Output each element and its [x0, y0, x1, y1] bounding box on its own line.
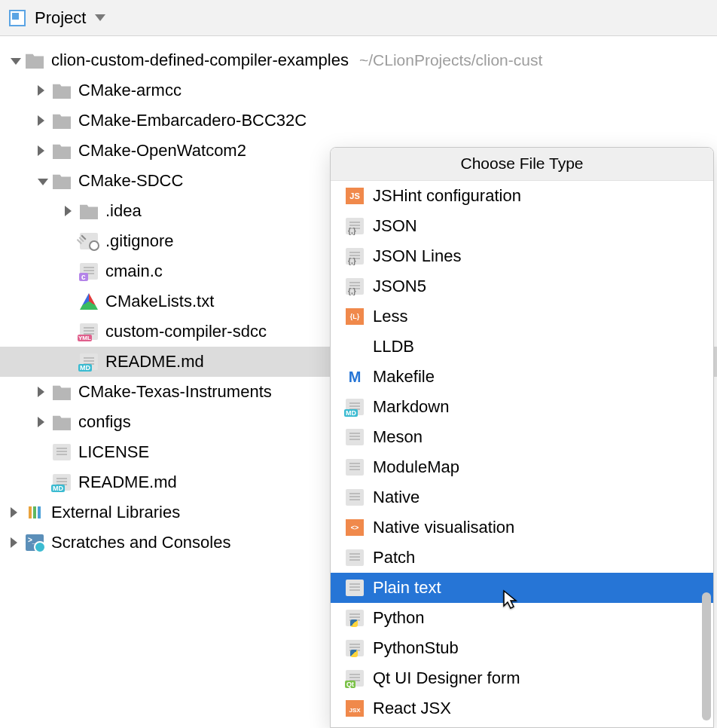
- tree-label: CMake-Texas-Instruments: [78, 382, 272, 402]
- tree-label: cmain.c: [105, 262, 163, 281]
- folder-icon: [53, 82, 71, 99]
- react-jsx-icon: JSX: [346, 700, 364, 717]
- tree-label: CMake-SDCC: [78, 171, 183, 191]
- tree-item[interactable]: CMake-armcc: [0, 75, 717, 106]
- makefile-icon: M: [346, 369, 364, 385]
- lldb-icon: [346, 338, 364, 355]
- option-label: React JSX: [373, 699, 451, 718]
- option-label: Markdown: [373, 397, 449, 417]
- option-label: JSON: [373, 216, 417, 236]
- file-type-option[interactable]: <>Native visualisation: [331, 512, 713, 543]
- plain-text-icon: [346, 580, 364, 596]
- toolbar-title[interactable]: Project: [35, 8, 86, 28]
- json-lines-icon: [346, 248, 364, 265]
- file-type-option[interactable]: JSXReact JSX: [331, 693, 713, 723]
- json-icon: [346, 218, 364, 234]
- markdown-file-icon: [53, 474, 71, 491]
- tree-label: External Libraries: [51, 503, 180, 522]
- file-type-option[interactable]: {L}Less: [331, 301, 713, 332]
- file-type-option[interactable]: Native: [331, 482, 713, 512]
- folder-icon: [53, 142, 71, 159]
- file-type-option[interactable]: Qt UI Designer form: [331, 663, 713, 693]
- option-label: Native: [373, 488, 420, 507]
- folder-icon: [53, 112, 71, 129]
- scrollbar-thumb[interactable]: [702, 592, 711, 720]
- external-libraries-icon: [26, 504, 44, 521]
- tree-label: CMake-OpenWatcom2: [78, 141, 246, 161]
- chevron-right-icon[interactable]: [38, 85, 48, 96]
- folder-icon: [26, 52, 44, 69]
- tree-label: .idea: [105, 201, 142, 221]
- chevron-down-icon[interactable]: [38, 179, 48, 185]
- project-icon: [9, 10, 26, 26]
- option-label: Less: [373, 307, 407, 326]
- file-type-option[interactable]: MMakefile: [331, 362, 713, 392]
- tree-label: CMake-armcc: [78, 81, 182, 100]
- patch-icon: [346, 549, 364, 566]
- tree-label: LICENSE: [78, 442, 149, 462]
- tree-label: README.md: [78, 473, 177, 492]
- tree-item[interactable]: CMake-Embarcadero-BCC32C: [0, 106, 717, 136]
- option-label: JSON Lines: [373, 246, 461, 266]
- chevron-right-icon[interactable]: [65, 206, 75, 216]
- chevron-right-icon[interactable]: [38, 115, 48, 126]
- option-label: Qt UI Designer form: [373, 668, 520, 688]
- tree-label: CMakeLists.txt: [105, 292, 214, 311]
- tree-path: ~/CLionProjects/clion-cust: [359, 51, 542, 69]
- markdown-file-icon: [80, 353, 98, 370]
- chevron-right-icon[interactable]: [38, 417, 48, 427]
- option-label: ModuleMap: [373, 457, 459, 477]
- chevron-down-icon[interactable]: [95, 14, 105, 21]
- file-type-option[interactable]: PythonStub: [331, 633, 713, 663]
- option-label: JSHint configuration: [373, 186, 521, 206]
- python-stub-icon: [346, 640, 364, 656]
- jshint-icon: JS: [346, 188, 364, 204]
- option-label: Meson: [373, 427, 423, 447]
- folder-icon: [53, 384, 71, 400]
- tree-label: clion-custom-defined-compiler-examples: [51, 50, 349, 70]
- file-type-option[interactable]: Patch: [331, 543, 713, 573]
- file-type-option[interactable]: Meson: [331, 422, 713, 452]
- file-type-option-selected[interactable]: Plain text: [331, 573, 713, 603]
- popup-list[interactable]: JSJSHint configuration JSON JSON Lines J…: [331, 181, 713, 727]
- chevron-right-icon[interactable]: [11, 537, 21, 548]
- chevron-down-icon[interactable]: [11, 58, 21, 65]
- tree-label: CMake-Embarcadero-BCC32C: [78, 111, 307, 130]
- file-type-option[interactable]: JSON Lines: [331, 241, 713, 271]
- file-type-option[interactable]: JSON5: [331, 271, 713, 301]
- native-icon: [346, 489, 364, 506]
- scratches-icon: [26, 534, 44, 551]
- option-label: JSON5: [373, 277, 426, 296]
- tree-label: .gitignore: [105, 231, 174, 251]
- tree-label: configs: [78, 412, 131, 432]
- file-type-option[interactable]: JSJSHint configuration: [331, 181, 713, 211]
- option-label: Makefile: [373, 367, 435, 387]
- gitignore-file-icon: [80, 233, 98, 249]
- option-label: LLDB: [373, 337, 414, 356]
- folder-icon: [53, 414, 71, 430]
- cmake-file-icon: [80, 293, 98, 310]
- project-toolbar: Project: [0, 0, 717, 36]
- file-type-option[interactable]: JSON: [331, 211, 713, 241]
- file-type-option[interactable]: Markdown: [331, 392, 713, 422]
- tree-label: README.md: [105, 352, 204, 372]
- chevron-right-icon[interactable]: [38, 145, 48, 156]
- tree-root[interactable]: clion-custom-defined-compiler-examples ~…: [0, 45, 717, 75]
- file-type-option[interactable]: ModuleMap: [331, 452, 713, 482]
- file-type-option[interactable]: LLDB: [331, 332, 713, 362]
- json5-icon: [346, 278, 364, 295]
- text-file-icon: [53, 444, 71, 460]
- yaml-file-icon: [80, 323, 98, 340]
- less-icon: {L}: [346, 308, 364, 325]
- option-label: PythonStub: [373, 638, 459, 658]
- file-type-popup: Choose File Type JSJSHint configuration …: [330, 147, 714, 728]
- folder-icon: [80, 203, 98, 219]
- c-file-icon: [80, 263, 98, 280]
- popup-title: Choose File Type: [331, 148, 713, 181]
- chevron-right-icon[interactable]: [11, 507, 21, 518]
- file-type-option[interactable]: Python: [331, 603, 713, 633]
- tree-label: Scratches and Consoles: [51, 533, 230, 552]
- markdown-icon: [346, 399, 364, 415]
- chevron-right-icon[interactable]: [38, 387, 48, 397]
- modulemap-icon: [346, 459, 364, 476]
